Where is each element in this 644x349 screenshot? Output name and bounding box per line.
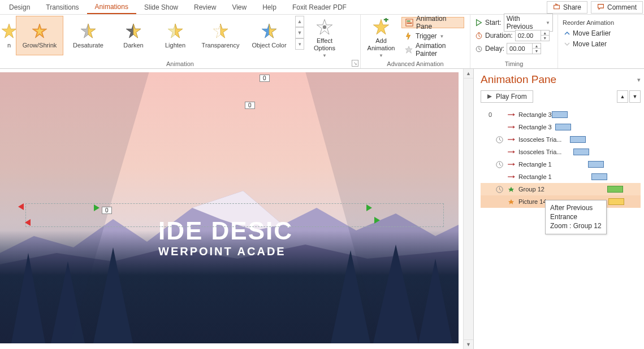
start-play-icon (475, 19, 483, 27)
selection-box[interactable] (25, 203, 444, 227)
play-icon (487, 94, 492, 99)
duration-clock-icon (475, 32, 483, 40)
gallery-item-grow-shrink[interactable]: Grow/Shrink (16, 16, 63, 55)
share-icon (553, 3, 560, 11)
tab-view[interactable]: View (224, 1, 254, 14)
duration-stepper[interactable]: ▲▼ (515, 30, 550, 41)
svg-marker-34 (487, 94, 492, 99)
comment-icon (597, 3, 604, 11)
timeline-bar[interactable] (608, 198, 624, 205)
timeline-bar[interactable] (573, 149, 589, 155)
animation-item[interactable]: Isosceles Tria... (481, 133, 641, 146)
move-later-button[interactable]: Move Later (563, 40, 633, 49)
svg-marker-38 (513, 126, 515, 129)
gallery-scroll-down-icon[interactable]: ▼ (295, 27, 304, 38)
animation-item[interactable]: Rectangle 1 (481, 171, 641, 183)
vertical-scrollbar[interactable]: ▲ ▼ (463, 69, 473, 349)
gallery-item-lighten[interactable]: Lighten (155, 16, 196, 55)
animation-item-name: Rectangle 1 (518, 173, 567, 180)
tab-review[interactable]: Review (186, 1, 224, 14)
anim-tag-0b[interactable]: 0 (245, 102, 255, 109)
workspace: IDE DESIC WERPOINT ACADE 0 0 0 ▲ ▼ Anima… (0, 69, 644, 349)
animation-painter-button[interactable]: Animation Painter (401, 44, 464, 55)
gallery-more-icon[interactable]: ▾ (295, 38, 304, 50)
timeline-bar[interactable] (591, 173, 607, 180)
timeline-bar[interactable] (555, 124, 571, 130)
animation-dialog-launcher[interactable]: ↘ (352, 60, 358, 67)
group-label-advanced: Advanced Animation (364, 59, 466, 68)
gallery-scroll-up-icon[interactable]: ▲ (295, 16, 304, 27)
svg-rect-20 (407, 23, 412, 24)
add-animation-icon (372, 18, 390, 36)
svg-marker-0 (2, 24, 16, 38)
slide-editor[interactable]: IDE DESIC WERPOINT ACADE 0 0 0 (0, 69, 463, 349)
svg-rect-19 (407, 21, 410, 22)
seq-number: 0 (482, 111, 492, 118)
gallery-item-desaturate[interactable]: Desaturate (64, 16, 112, 55)
animation-item-name: Isosceles Tria... (518, 149, 567, 155)
comment-button[interactable]: Comment (591, 1, 643, 14)
tab-transitions[interactable]: Transitions (38, 1, 87, 14)
start-select[interactable]: With Previous▼ (504, 14, 553, 32)
tab-foxit[interactable]: Foxit Reader PDF (284, 1, 355, 14)
svg-marker-6 (133, 24, 141, 38)
anim-tag-0c[interactable]: 0 (102, 207, 112, 214)
gallery-item-darken[interactable]: Darken (113, 16, 154, 55)
pane-move-down-button[interactable]: ▼ (629, 90, 641, 103)
slide-canvas[interactable]: IDE DESIC WERPOINT ACADE 0 0 0 (0, 72, 459, 343)
delay-clock-icon (475, 45, 483, 53)
painter-icon (405, 46, 413, 54)
svg-marker-46 (513, 163, 515, 166)
timeline-bar[interactable] (552, 111, 568, 118)
animation-item[interactable]: Group 12 (481, 183, 641, 195)
gallery-scroll[interactable]: ▲ ▼ ▾ (295, 16, 304, 50)
delay-stepper[interactable]: ▲▼ (507, 43, 541, 54)
animation-item-name: Group 12 (518, 186, 567, 193)
timeline-bar[interactable] (607, 186, 623, 193)
move-earlier-button[interactable]: Move Earlier (563, 29, 633, 38)
svg-marker-51 (508, 199, 514, 204)
after-previous-clock-icon (495, 160, 504, 169)
timeline-bar[interactable] (588, 161, 604, 168)
tab-slideshow[interactable]: Slide Show (136, 1, 186, 14)
duration-label: Duration: (485, 32, 513, 40)
tab-design[interactable]: Design (1, 1, 38, 14)
svg-marker-4 (88, 24, 96, 38)
effect-options-button[interactable]: Effect Options ▼ (305, 16, 344, 55)
tab-animations[interactable]: Animations (87, 1, 136, 14)
gallery-item-prev[interactable]: n (3, 16, 15, 55)
add-animation-button[interactable]: Add Animation ▼ (364, 16, 398, 55)
svg-marker-10 (221, 24, 228, 38)
after-previous-clock-icon (495, 136, 504, 144)
animation-tooltip: After Previous Entrance Zoom : Group 12 (545, 200, 607, 234)
animation-pane: Animation Pane ▾ Play From ▲ ▼ 0Rectangl… (473, 69, 644, 349)
animation-gallery: n Grow/Shrink Desaturate Darken Lighten (3, 16, 293, 55)
animation-item[interactable]: Rectangle 1 (481, 158, 641, 171)
effect-options-icon (315, 18, 334, 36)
svg-marker-41 (513, 138, 515, 141)
chevron-down-icon (564, 41, 570, 47)
svg-marker-12 (269, 24, 276, 38)
share-button[interactable]: Share (547, 1, 587, 14)
scroll-up-icon[interactable]: ▲ (464, 69, 473, 78)
motion-marker-left2-icon (25, 219, 31, 226)
animation-item[interactable]: Isosceles Tria... (481, 146, 641, 158)
timeline-bar[interactable] (570, 136, 586, 143)
animation-pane-button[interactable]: Animation Pane (401, 17, 464, 28)
svg-marker-50 (508, 187, 514, 192)
scroll-down-icon[interactable]: ▼ (464, 339, 473, 349)
anim-tag-0a[interactable]: 0 (260, 75, 270, 82)
animation-item[interactable]: Rectangle 3 (481, 121, 641, 133)
svg-marker-43 (513, 151, 515, 154)
animation-pane-menu-icon[interactable]: ▾ (637, 76, 641, 84)
group-label-timing: Timing (474, 59, 554, 68)
gallery-item-object-color[interactable]: Object Color (245, 16, 293, 55)
trigger-button[interactable]: Trigger ▼ (401, 30, 464, 42)
delay-label: Delay: (485, 45, 504, 53)
svg-marker-48 (513, 176, 515, 178)
play-from-button[interactable]: Play From (481, 90, 533, 103)
tab-help[interactable]: Help (254, 1, 284, 14)
gallery-item-transparency[interactable]: Transparency (197, 16, 244, 55)
pane-move-up-button[interactable]: ▲ (617, 90, 628, 103)
animation-item[interactable]: 0Rectangle 3 (481, 108, 641, 121)
